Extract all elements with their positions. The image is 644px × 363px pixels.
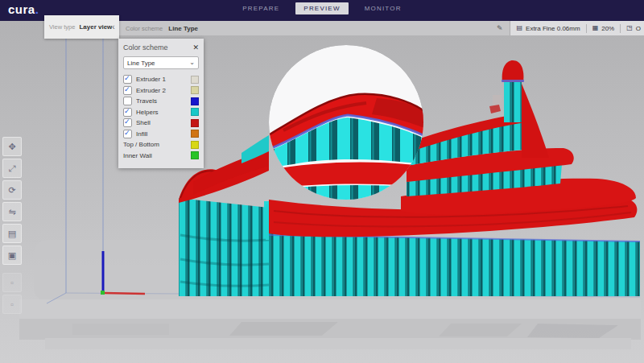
row-label: Shell (136, 119, 151, 126)
color-scheme-strip-label: Color scheme (126, 25, 163, 32)
view-type-panel[interactable]: View type Layer view ‹ (44, 15, 119, 39)
color-swatch (191, 151, 199, 159)
tool-icon: ⇋ (8, 208, 15, 217)
stage-tabs: PREPARE PREVIEW MONITOR (0, 0, 644, 16)
row-checkbox[interactable] (123, 75, 132, 84)
row-label: Extruder 2 (136, 87, 166, 94)
view-type-label: View type (49, 23, 75, 31)
row-label: Extruder 1 (136, 76, 166, 83)
tool-icon: ▫ (10, 300, 14, 309)
tool-button[interactable]: ✥ (2, 137, 22, 156)
color-swatch (191, 76, 199, 84)
3d-viewport[interactable] (0, 0, 644, 363)
legend-row: Infill (123, 129, 199, 140)
tab-prepare[interactable]: PREPARE (234, 2, 287, 14)
collapse-chevron-icon[interactable]: ‹ (112, 23, 114, 31)
adhesion-value: O (636, 25, 641, 32)
tool-icon: ⟳ (8, 186, 15, 195)
line-type-dropdown[interactable]: Line Type ⌄ (123, 56, 199, 69)
chip-divider (620, 24, 621, 33)
infill-icon: ▦ (592, 25, 599, 31)
tool-button[interactable]: ▣ (2, 245, 22, 265)
close-icon[interactable]: ✕ (192, 43, 199, 52)
legend-row: Extruder 1 (123, 74, 199, 85)
legend-row: Top / Bottom (123, 139, 199, 151)
color-scheme-strip: Color scheme Line Type ✎ ▤ Extra Fine 0.… (119, 21, 644, 35)
tab-monitor[interactable]: MONITOR (357, 2, 410, 14)
color-swatch (191, 130, 199, 138)
edit-pencil-icon[interactable]: ✎ (497, 24, 503, 32)
legend-rows: Extruder 1 Extruder 2 Travels Helpers Sh… (123, 74, 199, 161)
tool-icon: ▣ (8, 251, 16, 260)
tool-icon: ▤ (8, 229, 16, 238)
tool-sidebar: ✥ ⤢ ⟳ ⇋ ▤ ▣ ▫ ▫ (2, 137, 22, 314)
tool-button[interactable]: ⤢ (2, 159, 22, 178)
color-swatch (191, 86, 199, 94)
tab-preview[interactable]: PREVIEW (295, 2, 348, 14)
row-checkbox[interactable] (123, 130, 132, 138)
tool-icon: ⤢ (9, 164, 16, 173)
profile-summary: Extra Fine 0.06mm (526, 25, 580, 32)
tool-button[interactable]: ⟳ (2, 180, 22, 200)
legend-row: Inner Wall (123, 151, 199, 162)
row-label: Helpers (136, 109, 159, 116)
adhesion-icon: ◳ (626, 25, 633, 31)
row-checkbox[interactable] (123, 118, 132, 127)
dropdown-value: Line Type (127, 60, 155, 67)
view-type-value: Layer view (79, 23, 112, 31)
row-label: Infill (136, 130, 147, 138)
row-checkbox[interactable] (123, 108, 132, 117)
infill-percent: 20% (601, 25, 614, 32)
color-swatch (191, 119, 199, 127)
tool-button[interactable]: ▫ (2, 295, 22, 314)
origin-marker (101, 291, 105, 295)
legend-row: Helpers (123, 107, 199, 118)
settings-chip[interactable]: ▤ Extra Fine 0.06mm ▦ 20% ◳ O (510, 21, 644, 35)
color-swatch (191, 108, 199, 116)
tool-button[interactable]: ▤ (2, 224, 22, 243)
color-swatch (191, 97, 199, 105)
color-swatch (191, 141, 199, 149)
legend-row: Shell (123, 118, 199, 129)
row-label: Top / Bottom (123, 141, 159, 148)
legend-row: Extruder 2 (123, 85, 199, 97)
legend-row: Travels (123, 96, 199, 107)
color-scheme-panel: Color scheme ✕ Line Type ⌄ Extruder 1 Ex… (118, 39, 204, 168)
row-label: Inner Wall (123, 152, 152, 159)
print-settings-summary: ✎ ▤ Extra Fine 0.06mm ▦ 20% ◳ O (497, 21, 644, 35)
tool-button[interactable]: ▫ (2, 273, 22, 292)
panel-title: Color scheme (123, 43, 168, 52)
color-scheme-strip-value[interactable]: Line Type (168, 25, 198, 32)
chip-divider (586, 24, 587, 33)
chevron-down-icon: ⌄ (189, 60, 195, 66)
tool-button[interactable]: ⇋ (2, 202, 22, 221)
x-axis (104, 293, 145, 294)
row-checkbox[interactable] (123, 86, 132, 95)
row-checkbox[interactable] (123, 97, 132, 105)
layer-height-icon: ▤ (516, 25, 522, 31)
tool-icon: ▫ (10, 278, 14, 287)
tool-icon: ✥ (8, 142, 15, 151)
row-label: Travels (136, 97, 157, 105)
